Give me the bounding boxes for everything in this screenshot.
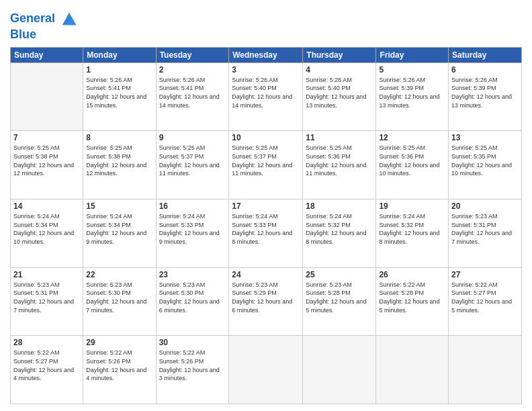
day-number: 6	[451, 65, 519, 75]
day-number: 24	[232, 270, 300, 279]
day-cell: 17Sunrise: 5:24 AMSunset: 5:33 PMDayligh…	[229, 199, 303, 268]
day-info: Sunrise: 5:22 AMSunset: 5:26 PMDaylight:…	[159, 349, 226, 382]
day-cell: 26Sunrise: 5:22 AMSunset: 5:28 PMDayligh…	[376, 267, 449, 336]
week-row-1: 1Sunrise: 5:26 AMSunset: 5:41 PMDaylight…	[11, 62, 522, 131]
day-info: Sunrise: 5:25 AMSunset: 5:38 PMDaylight:…	[13, 144, 80, 177]
column-header-sunday: Sunday	[11, 47, 83, 62]
day-info: Sunrise: 5:24 AMSunset: 5:34 PMDaylight:…	[86, 212, 152, 246]
day-number: 4	[306, 65, 373, 75]
day-cell: 27Sunrise: 5:22 AMSunset: 5:27 PMDayligh…	[449, 267, 522, 336]
day-cell: 15Sunrise: 5:24 AMSunset: 5:34 PMDayligh…	[83, 199, 156, 268]
day-cell: 9Sunrise: 5:25 AMSunset: 5:37 PMDaylight…	[156, 131, 229, 199]
day-info: Sunrise: 5:26 AMSunset: 5:40 PMDaylight:…	[232, 76, 300, 109]
day-number: 14	[13, 201, 80, 211]
day-cell: 24Sunrise: 5:23 AMSunset: 5:29 PMDayligh…	[229, 267, 303, 336]
day-cell: 16Sunrise: 5:24 AMSunset: 5:33 PMDayligh…	[156, 199, 229, 268]
day-number: 1	[86, 65, 152, 75]
day-cell: 11Sunrise: 5:25 AMSunset: 5:36 PMDayligh…	[303, 131, 376, 199]
day-info: Sunrise: 5:24 AMSunset: 5:33 PMDaylight:…	[232, 212, 300, 246]
day-cell: 1Sunrise: 5:26 AMSunset: 5:41 PMDaylight…	[83, 62, 156, 131]
day-info: Sunrise: 5:24 AMSunset: 5:33 PMDaylight:…	[159, 212, 226, 246]
day-info: Sunrise: 5:26 AMSunset: 5:41 PMDaylight:…	[159, 76, 226, 109]
day-info: Sunrise: 5:25 AMSunset: 5:36 PMDaylight:…	[306, 144, 373, 177]
day-number: 23	[159, 270, 226, 279]
day-number: 13	[451, 133, 519, 142]
day-cell: 18Sunrise: 5:24 AMSunset: 5:32 PMDayligh…	[303, 199, 376, 268]
day-cell: 30Sunrise: 5:22 AMSunset: 5:26 PMDayligh…	[156, 336, 229, 404]
day-number: 8	[86, 133, 152, 142]
day-number: 15	[86, 201, 152, 211]
logo-text: General	[10, 9, 79, 28]
column-header-thursday: Thursday	[303, 47, 376, 62]
day-cell: 12Sunrise: 5:25 AMSunset: 5:36 PMDayligh…	[376, 131, 449, 199]
day-info: Sunrise: 5:22 AMSunset: 5:27 PMDaylight:…	[451, 281, 519, 314]
week-row-4: 21Sunrise: 5:23 AMSunset: 5:31 PMDayligh…	[11, 267, 522, 336]
day-info: Sunrise: 5:22 AMSunset: 5:28 PMDaylight:…	[379, 281, 445, 314]
day-info: Sunrise: 5:25 AMSunset: 5:37 PMDaylight:…	[159, 144, 226, 177]
day-info: Sunrise: 5:26 AMSunset: 5:39 PMDaylight:…	[379, 76, 445, 109]
column-header-tuesday: Tuesday	[156, 47, 229, 62]
day-cell: 25Sunrise: 5:23 AMSunset: 5:28 PMDayligh…	[303, 267, 376, 336]
day-cell: 29Sunrise: 5:22 AMSunset: 5:26 PMDayligh…	[83, 336, 156, 404]
day-cell: 6Sunrise: 5:26 AMSunset: 5:39 PMDaylight…	[449, 62, 522, 131]
logo-icon	[60, 9, 79, 28]
day-number: 11	[306, 133, 373, 142]
day-info: Sunrise: 5:23 AMSunset: 5:31 PMDaylight:…	[451, 212, 519, 246]
column-header-friday: Friday	[376, 47, 449, 62]
day-number: 20	[451, 201, 519, 211]
column-header-wednesday: Wednesday	[229, 47, 303, 62]
day-info: Sunrise: 5:24 AMSunset: 5:34 PMDaylight:…	[13, 212, 80, 246]
day-cell: 10Sunrise: 5:25 AMSunset: 5:37 PMDayligh…	[229, 131, 303, 199]
day-cell: 5Sunrise: 5:26 AMSunset: 5:39 PMDaylight…	[376, 62, 449, 131]
day-cell	[449, 336, 522, 404]
day-info: Sunrise: 5:23 AMSunset: 5:30 PMDaylight:…	[86, 281, 152, 314]
day-info: Sunrise: 5:25 AMSunset: 5:35 PMDaylight:…	[451, 144, 519, 177]
day-cell: 8Sunrise: 5:25 AMSunset: 5:38 PMDaylight…	[83, 131, 156, 199]
day-cell: 3Sunrise: 5:26 AMSunset: 5:40 PMDaylight…	[229, 62, 303, 131]
week-row-3: 14Sunrise: 5:24 AMSunset: 5:34 PMDayligh…	[11, 199, 522, 268]
day-number: 22	[86, 270, 152, 279]
day-number: 30	[159, 338, 226, 347]
calendar-page: General Blue SundayMondayTuesdayWednesda…	[0, 0, 532, 411]
day-info: Sunrise: 5:24 AMSunset: 5:32 PMDaylight:…	[306, 212, 373, 246]
day-number: 9	[159, 133, 226, 142]
day-info: Sunrise: 5:26 AMSunset: 5:41 PMDaylight:…	[86, 76, 152, 109]
day-number: 28	[13, 338, 80, 347]
day-number: 12	[379, 133, 445, 142]
day-number: 25	[306, 270, 373, 279]
column-header-saturday: Saturday	[449, 47, 522, 62]
week-row-2: 7Sunrise: 5:25 AMSunset: 5:38 PMDaylight…	[11, 131, 522, 199]
day-cell: 4Sunrise: 5:26 AMSunset: 5:40 PMDaylight…	[303, 62, 376, 131]
day-cell: 19Sunrise: 5:24 AMSunset: 5:32 PMDayligh…	[376, 199, 449, 268]
calendar-table: SundayMondayTuesdayWednesdayThursdayFrid…	[10, 47, 522, 404]
day-cell	[229, 336, 303, 404]
day-number: 10	[232, 133, 300, 142]
day-cell	[303, 336, 376, 404]
logo-general: General	[10, 11, 55, 25]
day-info: Sunrise: 5:24 AMSunset: 5:32 PMDaylight:…	[379, 212, 445, 246]
day-info: Sunrise: 5:22 AMSunset: 5:26 PMDaylight:…	[86, 349, 152, 382]
column-header-monday: Monday	[83, 47, 156, 62]
day-cell: 23Sunrise: 5:23 AMSunset: 5:30 PMDayligh…	[156, 267, 229, 336]
day-cell: 22Sunrise: 5:23 AMSunset: 5:30 PMDayligh…	[83, 267, 156, 336]
day-number: 29	[86, 338, 152, 347]
day-cell: 20Sunrise: 5:23 AMSunset: 5:31 PMDayligh…	[449, 199, 522, 268]
day-number: 2	[159, 65, 226, 75]
day-number: 5	[379, 65, 445, 75]
day-number: 26	[379, 270, 445, 279]
day-info: Sunrise: 5:23 AMSunset: 5:29 PMDaylight:…	[232, 281, 300, 314]
day-info: Sunrise: 5:23 AMSunset: 5:28 PMDaylight:…	[306, 281, 373, 314]
day-number: 21	[13, 270, 80, 279]
day-cell: 13Sunrise: 5:25 AMSunset: 5:35 PMDayligh…	[449, 131, 522, 199]
day-cell	[11, 62, 83, 131]
day-number: 19	[379, 201, 445, 211]
day-cell: 7Sunrise: 5:25 AMSunset: 5:38 PMDaylight…	[11, 131, 83, 199]
day-cell	[376, 336, 449, 404]
calendar-header-row: SundayMondayTuesdayWednesdayThursdayFrid…	[11, 47, 522, 62]
day-info: Sunrise: 5:23 AMSunset: 5:31 PMDaylight:…	[13, 281, 80, 314]
week-row-5: 28Sunrise: 5:22 AMSunset: 5:27 PMDayligh…	[11, 336, 522, 404]
day-info: Sunrise: 5:25 AMSunset: 5:38 PMDaylight:…	[86, 144, 152, 177]
logo: General Blue	[10, 9, 79, 42]
day-info: Sunrise: 5:26 AMSunset: 5:39 PMDaylight:…	[451, 76, 519, 109]
day-info: Sunrise: 5:23 AMSunset: 5:30 PMDaylight:…	[159, 281, 226, 314]
